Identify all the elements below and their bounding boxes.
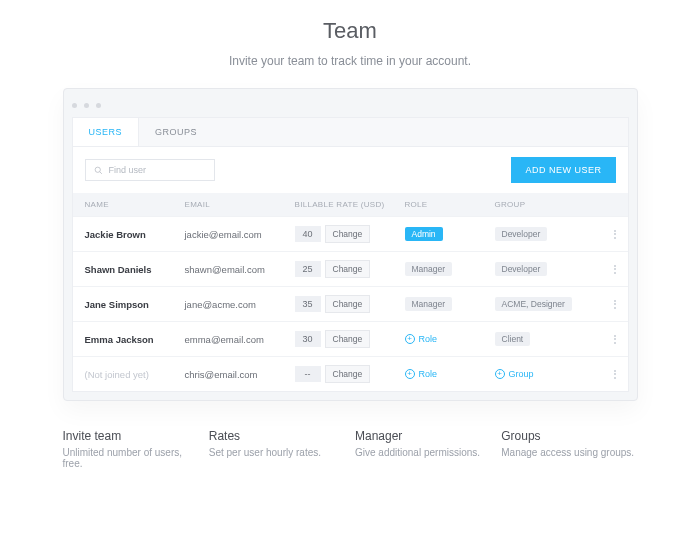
rate-cell: 35Change	[295, 295, 405, 313]
col-role: ROLE	[405, 200, 495, 209]
page-subtitle: Invite your team to track time in your a…	[0, 54, 700, 68]
feature-title: Invite team	[63, 429, 199, 443]
table-row: Shawn Danielsshawn@email.com25ChangeMana…	[73, 251, 628, 286]
col-name: NAME	[85, 200, 185, 209]
group-cell: Developer	[495, 227, 605, 241]
rate-cell: 25Change	[295, 260, 405, 278]
window-controls	[64, 89, 637, 117]
row-actions-menu[interactable]	[605, 335, 625, 344]
add-group-link[interactable]: +Group	[495, 369, 605, 379]
rate-value[interactable]: 30	[295, 331, 321, 347]
rate-cell: 30Change	[295, 330, 405, 348]
role-cell: Manager	[405, 297, 495, 311]
tab-bar: USERS GROUPS	[73, 118, 628, 147]
change-rate-button[interactable]: Change	[325, 295, 371, 313]
traffic-dot	[96, 103, 101, 108]
role-badge-manager[interactable]: Manager	[405, 262, 453, 276]
traffic-dot	[84, 103, 89, 108]
plus-icon: +	[495, 369, 505, 379]
feature-title: Manager	[355, 429, 491, 443]
user-name: Emma Jackson	[85, 334, 185, 345]
table-row: Jackie Brownjackie@email.com40ChangeAdmi…	[73, 216, 628, 251]
feature-desc: Unlimited number of users, free.	[63, 447, 199, 469]
change-rate-button[interactable]: Change	[325, 260, 371, 278]
add-role-link[interactable]: +Role	[405, 369, 495, 379]
role-badge-manager[interactable]: Manager	[405, 297, 453, 311]
row-actions-menu[interactable]	[605, 265, 625, 274]
toolbar: Find user ADD NEW USER	[73, 147, 628, 193]
search-placeholder: Find user	[109, 165, 147, 175]
page-title: Team	[0, 18, 700, 44]
svg-line-1	[99, 171, 101, 173]
panel: USERS GROUPS Find user ADD NEW USER NAME…	[72, 117, 629, 392]
plus-icon: +	[405, 369, 415, 379]
col-rate: BILLABLE RATE (USD)	[295, 200, 405, 209]
user-name: Jackie Brown	[85, 229, 185, 240]
feature-item: Invite teamUnlimited number of users, fr…	[63, 429, 199, 469]
user-name: Shawn Daniels	[85, 264, 185, 275]
rate-value[interactable]: 25	[295, 261, 321, 277]
col-group: GROUP	[495, 200, 605, 209]
add-role-link[interactable]: +Role	[405, 334, 495, 344]
rate-cell: --Change	[295, 365, 405, 383]
feature-grid: Invite teamUnlimited number of users, fr…	[63, 429, 638, 469]
user-name: (Not joined yet)	[85, 369, 185, 380]
table-row: Jane Simpsonjane@acme.com35ChangeManager…	[73, 286, 628, 321]
role-badge-admin[interactable]: Admin	[405, 227, 443, 241]
user-email: jane@acme.com	[185, 299, 295, 310]
user-name: Jane Simpson	[85, 299, 185, 310]
feature-title: Rates	[209, 429, 345, 443]
tab-users[interactable]: USERS	[73, 118, 140, 146]
add-role-label: Role	[419, 334, 438, 344]
group-tag[interactable]: ACME, Designer	[495, 297, 572, 311]
traffic-dot	[72, 103, 77, 108]
feature-item: ManagerGive additional permissions.	[355, 429, 491, 469]
user-email: shawn@email.com	[185, 264, 295, 275]
search-icon	[94, 166, 103, 175]
feature-desc: Give additional permissions.	[355, 447, 491, 458]
user-email: emma@email.com	[185, 334, 295, 345]
feature-desc: Set per user hourly rates.	[209, 447, 345, 458]
feature-item: RatesSet per user hourly rates.	[209, 429, 345, 469]
role-cell: +Role	[405, 369, 495, 379]
role-cell: Manager	[405, 262, 495, 276]
app-window: USERS GROUPS Find user ADD NEW USER NAME…	[63, 88, 638, 401]
group-tag[interactable]: Developer	[495, 227, 548, 241]
table-row: (Not joined yet)chris@email.com--Change+…	[73, 356, 628, 391]
change-rate-button[interactable]: Change	[325, 225, 371, 243]
group-tag[interactable]: Developer	[495, 262, 548, 276]
col-email: EMAIL	[185, 200, 295, 209]
group-cell: Client	[495, 332, 605, 346]
plus-icon: +	[405, 334, 415, 344]
user-email: jackie@email.com	[185, 229, 295, 240]
add-group-label: Group	[509, 369, 534, 379]
svg-point-0	[95, 167, 100, 172]
add-role-label: Role	[419, 369, 438, 379]
role-cell: +Role	[405, 334, 495, 344]
table-header: NAME EMAIL BILLABLE RATE (USD) ROLE GROU…	[73, 193, 628, 216]
feature-item: GroupsManage access using groups.	[501, 429, 637, 469]
rate-value[interactable]: 40	[295, 226, 321, 242]
row-actions-menu[interactable]	[605, 300, 625, 309]
group-cell: ACME, Designer	[495, 297, 605, 311]
row-actions-menu[interactable]	[605, 370, 625, 379]
group-cell: Developer	[495, 262, 605, 276]
rate-cell: 40Change	[295, 225, 405, 243]
group-cell: +Group	[495, 369, 605, 379]
table-row: Emma Jacksonemma@email.com30Change+RoleC…	[73, 321, 628, 356]
change-rate-button[interactable]: Change	[325, 365, 371, 383]
table-body: Jackie Brownjackie@email.com40ChangeAdmi…	[73, 216, 628, 391]
user-email: chris@email.com	[185, 369, 295, 380]
feature-title: Groups	[501, 429, 637, 443]
tab-groups[interactable]: GROUPS	[139, 118, 213, 146]
feature-desc: Manage access using groups.	[501, 447, 637, 458]
role-cell: Admin	[405, 227, 495, 241]
rate-value[interactable]: --	[295, 366, 321, 382]
rate-value[interactable]: 35	[295, 296, 321, 312]
search-input[interactable]: Find user	[85, 159, 215, 181]
group-tag[interactable]: Client	[495, 332, 531, 346]
change-rate-button[interactable]: Change	[325, 330, 371, 348]
row-actions-menu[interactable]	[605, 230, 625, 239]
add-new-user-button[interactable]: ADD NEW USER	[511, 157, 615, 183]
